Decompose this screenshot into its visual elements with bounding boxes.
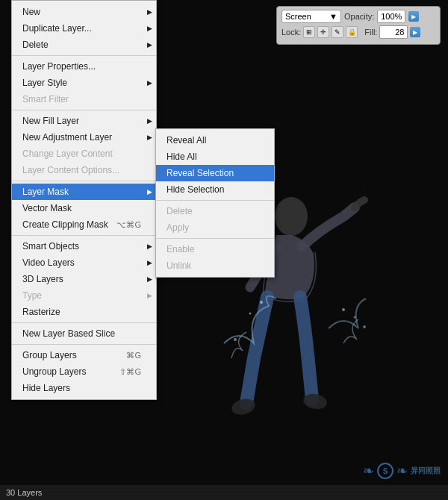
menu-item-hide-layers[interactable]: Hide Layers: [12, 380, 156, 396]
wings-left-icon: ❧: [363, 463, 374, 479]
menu-item-smart-filter: Smart Filter: [12, 91, 156, 107]
menu-item-layer-properties-label: Layer Properties...: [22, 60, 96, 73]
layers-panel: Screen ▼ Opacity: 100% ▶ Lock: ⊞ ✛ ✎ 🔒 F…: [276, 6, 441, 45]
menu-item-type: Type: [12, 287, 156, 304]
menu-item-group-layers[interactable]: Group Layers ⌘G: [12, 347, 156, 363]
menu-item-type-label: Type: [22, 289, 42, 302]
submenu-item-reveal-selection[interactable]: Reveal Selection: [156, 165, 274, 181]
submenu-item-apply: Apply: [156, 219, 274, 236]
fill-value[interactable]: 28: [379, 25, 408, 39]
lock-label: Lock:: [281, 28, 301, 37]
watermark-text: 异同照照: [411, 466, 441, 476]
submenu-hide-all-label: Hide All: [167, 150, 197, 163]
svg-point-5: [342, 308, 345, 311]
separator-3: [12, 181, 156, 181]
menu-item-change-layer-content: Change Layer Content: [12, 146, 156, 162]
menu-item-smart-filter-label: Smart Filter: [22, 93, 69, 106]
menu-item-duplicate-label: Duplicate Layer...: [22, 22, 92, 35]
watermark: ❧ S ❧ 异同照照: [363, 463, 441, 479]
lock-move-icon[interactable]: ✛: [317, 26, 329, 38]
submenu-item-hide-selection[interactable]: Hide Selection: [156, 181, 274, 198]
menu-item-ungroup-layers[interactable]: Ungroup Layers ⇧⌘G: [12, 363, 156, 380]
menu-item-change-layer-label: Change Layer Content: [22, 147, 113, 160]
opacity-label: Opacity:: [344, 12, 374, 21]
menu-item-3d-layers[interactable]: 3D Layers: [12, 271, 156, 287]
menu-item-layer-content-options-label: Layer Content Options...: [22, 163, 119, 177]
menu-item-new[interactable]: New: [12, 4, 156, 20]
submenu-item-unlink: Unlink: [156, 257, 274, 274]
submenu-unlink-label: Unlink: [167, 259, 191, 272]
submenu-item-hide-all[interactable]: Hide All: [156, 149, 274, 165]
svg-point-8: [363, 325, 366, 328]
lock-checkerboard-icon[interactable]: ⊞: [303, 26, 315, 38]
menu-item-layer-mask[interactable]: Layer Mask: [12, 184, 156, 200]
menu-item-new-fill-layer[interactable]: New Fill Layer: [12, 113, 156, 129]
submenu-item-reveal-all[interactable]: Reveal All: [156, 132, 274, 149]
submenu-apply-label: Apply: [167, 221, 189, 234]
menu-item-vector-mask[interactable]: Vector Mask: [12, 200, 156, 216]
blend-mode-select[interactable]: Screen ▼: [281, 10, 341, 23]
menu-item-delete[interactable]: Delete: [12, 37, 156, 53]
svg-point-6: [354, 316, 356, 319]
menu-item-video-layers[interactable]: Video Layers: [12, 254, 156, 271]
svg-point-4: [249, 313, 252, 315]
blend-mode-arrow: ▼: [329, 12, 337, 21]
submenu-item-enable: Enable: [156, 241, 274, 257]
watermark-circle-icon: S: [377, 463, 393, 479]
svg-point-7: [234, 338, 237, 341]
menu-item-new-layer-based-slice[interactable]: New Layer Based Slice: [12, 325, 156, 342]
menu-item-vector-mask-label: Vector Mask: [22, 201, 72, 215]
separator-1: [12, 55, 156, 56]
menu-item-rasterize[interactable]: Rasterize: [12, 304, 156, 320]
menu-item-video-layers-label: Video Layers: [22, 256, 75, 269]
group-layers-shortcut: ⌘G: [126, 349, 141, 362]
submenu-item-delete: Delete: [156, 203, 274, 219]
submenu-reveal-all-label: Reveal All: [167, 134, 206, 147]
separator-4: [12, 235, 156, 236]
menu-item-smart-objects-label: Smart Objects: [22, 240, 79, 253]
fill-label: Fill:: [364, 28, 377, 37]
menu-item-layer-style-label: Layer Style: [22, 76, 67, 90]
layers-count: 30 Layers: [6, 488, 42, 497]
submenu-enable-label: Enable: [167, 243, 194, 256]
submenu-separator-1: [156, 200, 274, 201]
menu-item-group-layers-label: Group Layers: [22, 349, 77, 362]
menu-item-layer-mask-label: Layer Mask: [22, 185, 69, 199]
menu-item-layer-properties[interactable]: Layer Properties...: [12, 58, 156, 75]
submenu-layer-mask: Reveal All Hide All Reveal Selection Hid…: [155, 128, 275, 278]
menu-item-new-layer-slice-label: New Layer Based Slice: [22, 327, 115, 340]
svg-point-3: [260, 301, 263, 304]
blend-mode-value: Screen: [285, 12, 311, 21]
submenu-reveal-selection-label: Reveal Selection: [167, 166, 234, 180]
menu-item-rasterize-label: Rasterize: [22, 305, 60, 319]
wings-right-icon: ❧: [396, 463, 408, 479]
menu-item-ungroup-layers-label: Ungroup Layers: [22, 365, 86, 378]
status-bar: 30 Layers: [0, 485, 448, 500]
lock-all-icon[interactable]: 🔒: [346, 26, 358, 38]
separator-2: [12, 110, 156, 110]
ungroup-layers-shortcut: ⇧⌘G: [119, 365, 141, 378]
menu-item-delete-label: Delete: [22, 38, 49, 51]
menu-item-3d-layers-label: 3D Layers: [22, 272, 63, 286]
menu-item-layer-style[interactable]: Layer Style: [12, 75, 156, 91]
menu-item-new-label: New: [22, 5, 40, 19]
submenu-delete-label: Delete: [167, 204, 193, 218]
submenu-hide-selection-label: Hide Selection: [167, 183, 224, 196]
svg-point-0: [275, 197, 308, 236]
menu-item-hide-layers-label: Hide Layers: [22, 381, 70, 395]
opacity-arrow-btn[interactable]: ▶: [408, 11, 419, 22]
menu-item-duplicate-layer[interactable]: Duplicate Layer...: [12, 20, 156, 37]
context-menu: New Duplicate Layer... Delete Layer Prop…: [11, 0, 157, 400]
fill-arrow-btn[interactable]: ▶: [410, 27, 420, 37]
create-clipping-shortcut: ⌥⌘G: [116, 218, 141, 231]
opacity-value[interactable]: 100%: [377, 10, 405, 23]
menu-item-create-clipping-mask[interactable]: Create Clipping Mask ⌥⌘G: [12, 216, 156, 233]
menu-item-new-adjustment-layer[interactable]: New Adjustment Layer: [12, 129, 156, 146]
menu-item-smart-objects[interactable]: Smart Objects: [12, 238, 156, 254]
menu-item-layer-content-options: Layer Content Options...: [12, 162, 156, 178]
submenu-separator-2: [156, 238, 274, 239]
separator-6: [12, 344, 156, 345]
menu-item-create-clipping-label: Create Clipping Mask: [22, 218, 108, 231]
lock-brush-icon[interactable]: ✎: [332, 26, 343, 38]
separator-5: [12, 322, 156, 323]
